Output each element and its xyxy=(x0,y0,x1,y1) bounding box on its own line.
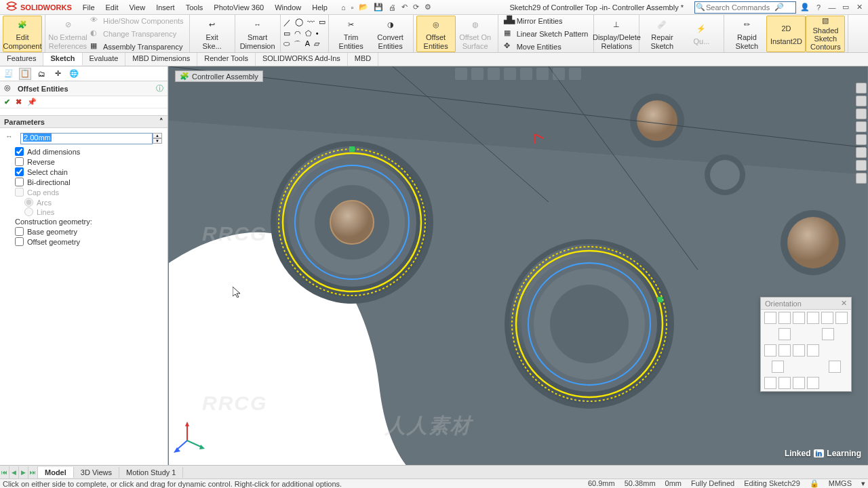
status-units[interactable]: MMGS xyxy=(829,479,852,488)
view-link-icon[interactable] xyxy=(829,361,841,373)
viewport-2v-icon[interactable] xyxy=(793,377,805,389)
config-tab-icon[interactable]: 🗂 xyxy=(35,68,47,80)
user-icon[interactable]: 👤 xyxy=(800,3,810,12)
view-right-icon[interactable] xyxy=(807,312,819,324)
restore-icon[interactable]: ▭ xyxy=(841,3,850,12)
minimize-icon[interactable]: — xyxy=(827,3,837,12)
select-chain-checkbox[interactable]: Select chain xyxy=(15,167,162,176)
repair-sketch-button[interactable]: 🩹Repair Sketch xyxy=(642,16,682,52)
add-dimensions-checkbox[interactable]: Add dimensions xyxy=(15,147,162,156)
tab-mbd[interactable]: MBD xyxy=(348,53,378,66)
view-left-icon[interactable] xyxy=(793,312,805,324)
text-tool-icon[interactable]: A xyxy=(305,39,310,49)
slot-tool-icon[interactable]: ▭ xyxy=(319,18,326,28)
offset-on-surface-button[interactable]: ◍Offset On Surface xyxy=(456,16,495,52)
view-front-icon[interactable] xyxy=(764,312,776,324)
hud-hide-icon[interactable] xyxy=(536,68,549,80)
taskpane-explorer-icon[interactable] xyxy=(856,121,867,132)
menu-tools[interactable]: Tools xyxy=(180,3,209,12)
tab-sketch[interactable]: Sketch xyxy=(43,53,82,66)
qat-save-icon[interactable]: 💾 xyxy=(374,3,383,12)
ellipse-tool-icon[interactable]: ⬭ xyxy=(283,39,290,49)
qat-open-icon[interactable]: 📂 xyxy=(359,3,368,12)
pm-cancel-button[interactable]: ✖ xyxy=(16,98,22,106)
menu-insert[interactable]: Insert xyxy=(151,3,180,12)
view-more-icon[interactable] xyxy=(822,328,834,340)
taskpane-view-icon[interactable] xyxy=(856,134,867,145)
assembly-transparency-button[interactable]: ▦Assembly Transparency xyxy=(87,41,186,53)
rapid-sketch-button[interactable]: ✏Rapid Sketch xyxy=(727,16,766,52)
edit-component-button[interactable]: 🧩 Edit Component xyxy=(3,16,42,52)
move-entities-button[interactable]: ✥Move Entities xyxy=(501,41,591,53)
viewport-4-icon[interactable] xyxy=(807,377,819,389)
menu-photoview[interactable]: PhotoView 360 xyxy=(208,3,269,12)
tab-features[interactable]: Features xyxy=(0,53,43,66)
taskpane-library-icon[interactable] xyxy=(856,108,867,119)
point-tool-icon[interactable]: • xyxy=(316,29,319,38)
dim-tab-icon[interactable]: ✛ xyxy=(52,68,64,80)
offset-distance-input[interactable]: 2.00mm xyxy=(20,133,153,144)
exit-sketch-button[interactable]: ↩ Exit Ske... xyxy=(193,16,232,52)
qat-home-icon[interactable]: ⌂ xyxy=(341,3,346,12)
view-pin-icon[interactable] xyxy=(835,312,848,324)
orientation-title-bar[interactable]: Orientation✕ xyxy=(761,298,851,310)
view-single-icon[interactable] xyxy=(772,361,784,373)
qat-options-icon[interactable]: ⚙ xyxy=(425,3,431,12)
linear-pattern-button[interactable]: ▦Linear Sketch Pattern xyxy=(501,28,591,40)
pm-help-icon[interactable]: ⓘ xyxy=(156,83,163,94)
arc-tool-icon[interactable]: ◠ xyxy=(294,29,301,38)
tab-render-tools[interactable]: Render Tools xyxy=(197,53,256,66)
tab-model[interactable]: Model xyxy=(38,467,74,478)
orientation-dialog[interactable]: Orientation✕ xyxy=(760,297,852,392)
taskpane-forum-icon[interactable] xyxy=(856,173,867,184)
view-back-icon[interactable] xyxy=(778,312,791,324)
menu-help[interactable]: Help xyxy=(307,3,333,12)
change-transparency-button[interactable]: ◐Change Transparency xyxy=(87,28,186,40)
line-tool-icon[interactable]: ／ xyxy=(283,18,291,28)
close-icon[interactable]: ✕ xyxy=(854,3,864,12)
taskpane-resources-icon[interactable] xyxy=(856,96,867,106)
spline-tool-icon[interactable]: 〰 xyxy=(307,18,315,28)
view-iso-icon[interactable] xyxy=(821,312,833,324)
fillet-tool-icon[interactable]: ⌒ xyxy=(294,39,301,49)
appearance-tab-icon[interactable]: 🌐 xyxy=(68,68,80,80)
hud-scene-icon[interactable] xyxy=(520,68,532,80)
reverse-checkbox[interactable]: Reverse xyxy=(15,157,162,166)
view-triad[interactable] xyxy=(174,420,208,454)
taskpane-properties-icon[interactable] xyxy=(856,160,867,171)
qat-undo-icon[interactable]: ↶ xyxy=(401,3,408,12)
bidirectional-checkbox[interactable]: Bi-directional xyxy=(15,178,162,186)
menu-window[interactable]: Window xyxy=(269,3,307,12)
base-geometry-checkbox[interactable]: Base geometry xyxy=(15,227,162,236)
mirror-entities-button[interactable]: ▟▙Mirror Entities xyxy=(501,15,591,27)
offset-entities-button[interactable]: ◎Offset Entities xyxy=(416,16,456,52)
smart-dimension-button[interactable]: ↔ Smart Dimension xyxy=(238,16,277,52)
qat-print-icon[interactable]: 🖨 xyxy=(389,3,396,12)
help-icon[interactable]: ? xyxy=(814,3,823,12)
hide-show-button[interactable]: 👁Hide/Show Components xyxy=(87,15,186,27)
qat-rebuild-icon[interactable]: ⟳ xyxy=(413,3,419,12)
status-lock-icon[interactable]: 🔒 xyxy=(810,479,819,488)
trim-entities-button[interactable]: ✂Trim Entities xyxy=(332,16,371,52)
convert-entities-button[interactable]: ◑Convert Entities xyxy=(371,16,410,52)
instant2d-button[interactable]: 2DInstant2D xyxy=(766,16,806,52)
offset-geometry-checkbox[interactable]: Offset geometry xyxy=(15,237,162,246)
menu-file[interactable]: File xyxy=(77,3,100,12)
hud-zoom-icon[interactable] xyxy=(455,68,467,80)
hud-display-icon[interactable] xyxy=(504,68,516,80)
tab-3d-views[interactable]: 3D Views xyxy=(74,467,119,478)
menu-edit[interactable]: Edit xyxy=(100,3,124,12)
hud-edit-icon[interactable] xyxy=(569,68,581,80)
quick-snaps-button[interactable]: ⚡Qu... xyxy=(682,16,721,52)
hud-appearance-icon[interactable] xyxy=(553,68,565,80)
graphics-breadcrumb[interactable]: 🧩 Controller Assembly xyxy=(175,70,263,82)
feature-tree-tab-icon[interactable]: 🧾 xyxy=(3,68,15,80)
viewport-2h-icon[interactable] xyxy=(778,377,791,389)
tab-motion-study[interactable]: Motion Study 1 xyxy=(119,467,183,478)
pm-parameters-header[interactable]: Parameters˄ xyxy=(0,115,167,128)
viewport-1-icon[interactable] xyxy=(764,377,776,389)
tab-addins[interactable]: SOLIDWORKS Add-Ins xyxy=(256,53,348,66)
view-cube-icon[interactable] xyxy=(778,328,791,340)
shaded-sketch-button[interactable]: ▧Shaded Sketch Contours xyxy=(806,16,845,52)
graphics-area[interactable]: 🧩 Controller Assembly xyxy=(168,66,868,473)
